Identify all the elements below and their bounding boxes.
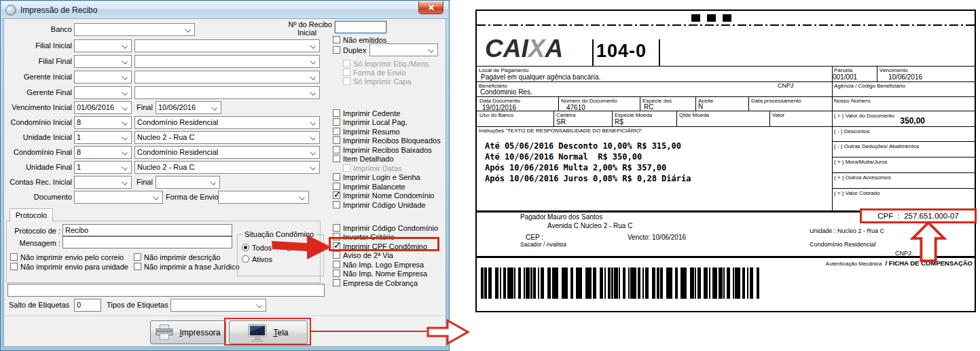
valor-documento-value: 350,00 xyxy=(830,117,925,125)
tab-protocolo[interactable]: Protocolo xyxy=(10,208,53,221)
window-titlebar[interactable]: Impressão de Recibo xyxy=(1,1,448,19)
checkbox-box xyxy=(333,136,340,144)
carteira-label: Carteira xyxy=(556,112,575,118)
condominio-inicial-name-select[interactable]: Condomínio Residencial xyxy=(134,116,320,129)
vencimento-value: 10/06/2016 xyxy=(888,73,922,81)
cpf-value: CPF : 257.651.000-07 xyxy=(877,212,959,220)
checkbox-imprimir-login-senha[interactable]: Imprimir Login e Senha xyxy=(333,172,420,181)
gerente-final-name-select[interactable] xyxy=(134,86,320,99)
filial-inicial-label: Filial Inicial xyxy=(4,41,72,51)
contas-rec-inicial-label: Contas Rec. Inicial xyxy=(4,177,72,187)
instrucoes-label: Instruções "TEXTO DE RESPONSABILIDADE DO… xyxy=(479,128,642,134)
gerente-inicial-code-select[interactable] xyxy=(74,71,132,84)
checkbox-duplex[interactable]: Duplex xyxy=(333,45,366,54)
contas-rec-final-select[interactable] xyxy=(156,176,220,189)
filial-inicial-name-select[interactable] xyxy=(134,39,320,52)
close-button[interactable] xyxy=(418,1,443,14)
unidade-final-name-select[interactable]: Nucleo 2 - Rua C xyxy=(134,161,320,174)
forma-envio-select[interactable] xyxy=(218,191,309,204)
gerente-final-code-select[interactable] xyxy=(74,86,132,99)
parcela-value: 001/001 xyxy=(833,73,857,81)
instrucao-line: Após 10/06/2016 Multa 2,00% R$ 357,00 xyxy=(485,163,666,172)
tipos-etiquetas-select[interactable] xyxy=(170,299,266,312)
vencimento-inicial-select[interactable]: 01/06/2016 xyxy=(74,101,132,114)
checkbox-nao-imprimir-envio-unidade[interactable]: Não imprimir envio para unidade xyxy=(10,262,128,271)
checkbox-imprimir-nome-condominio[interactable]: Imprimir Nome Condomínio xyxy=(333,191,434,200)
salto-etiquetas-input[interactable]: 0 xyxy=(74,299,101,312)
instrucao-line: Até 10/06/2016 Normal R$ 350,00 xyxy=(485,152,642,162)
checkbox-nao-imprimir-envio-correio[interactable]: Não imprimir envio pelo correio xyxy=(10,253,124,261)
button-bar-divider xyxy=(4,316,446,317)
extra-text-field[interactable] xyxy=(7,284,325,297)
recibo-inicial-input[interactable] xyxy=(335,21,386,33)
grid-line xyxy=(676,111,677,126)
checkbox-box xyxy=(333,191,340,199)
filial-inicial-code-select[interactable] xyxy=(74,39,132,52)
radio-todos[interactable]: Todos xyxy=(242,243,272,252)
uso-banco-label: Uso do Banco xyxy=(479,112,513,118)
checkbox-nao-imprimir-descricao[interactable]: Não imprimir descrição xyxy=(134,253,220,261)
checkbox-item-detalhado[interactable]: Item Detalhado xyxy=(333,154,394,163)
banco-select[interactable] xyxy=(74,23,195,36)
unidade-text: Unidade : Nucleo 2 - Rua C xyxy=(810,228,884,234)
checkbox-box xyxy=(10,263,18,270)
vencto-label: Vencto: xyxy=(628,234,650,241)
valor-cobrado-label: ( = ) Valor Cobrado xyxy=(834,190,880,196)
unidade-final-code-select[interactable]: 1 xyxy=(74,161,132,174)
grid-line xyxy=(748,96,749,111)
mensagem-input[interactable] xyxy=(62,236,232,248)
grid-line xyxy=(832,172,975,173)
registration-marks xyxy=(691,14,731,22)
nosso-numero-label: Nosso Número xyxy=(834,98,870,104)
checkbox-box xyxy=(10,253,18,261)
pagador-nome: Mauro dos Santos xyxy=(547,213,602,221)
documento-select[interactable] xyxy=(74,191,163,204)
protocolo-de-input[interactable]: Recibo xyxy=(62,224,232,236)
checkbox-imprimir-recibos-baixados[interactable]: Imprimir Recibos Baixados xyxy=(333,145,432,154)
checkbox-box xyxy=(134,263,141,270)
checkbox-nao-imp-nome-empresa[interactable]: Não Imp. Nome Empresa xyxy=(333,269,427,278)
divider-line xyxy=(659,39,660,66)
checkbox-aviso-2a-via[interactable]: Aviso de 2ª Via xyxy=(333,251,393,259)
checkbox-imprimir-recibos-bloqueados[interactable]: Imprimir Recibos Bloqueados xyxy=(333,136,441,145)
cpf-pointer-arrow-icon xyxy=(910,221,947,263)
checkbox-nao-imprimir-frase-juridico[interactable]: Não imprimir a frase Jurídico xyxy=(134,262,240,271)
impressora-button[interactable]: Impressora xyxy=(150,320,226,344)
filial-final-name-select[interactable] xyxy=(134,55,320,68)
instrucao-line: Até 05/06/2016 Desconto 10,00% R$ 315,00 xyxy=(485,141,681,151)
especie-moeda-value: R$ xyxy=(615,118,623,126)
grid-line xyxy=(877,66,877,81)
grid-line xyxy=(832,188,975,189)
checkbox-imprimir-cedente[interactable]: Imprimir Cedente xyxy=(333,109,400,117)
checkbox-imprimir-balancete[interactable]: Imprimir Balancete xyxy=(333,182,405,191)
unidade-inicial-code-select[interactable]: 1 xyxy=(74,131,132,144)
condominio-final-code-select[interactable]: 8 xyxy=(74,146,132,159)
checkbox-imprimir-codigo-unidade[interactable]: Imprimir Código Unidade xyxy=(333,200,426,209)
unidade-final-label: Unidade Final xyxy=(4,162,72,172)
checkbox-imprimir-local-pag[interactable]: Imprimir Local Pag. xyxy=(333,117,407,126)
checkbox-empresa-de-cobranca[interactable]: Empresa de Cobrança xyxy=(333,278,418,287)
checkbox-box xyxy=(343,60,350,67)
checkbox-nao-imp-logo-empresa[interactable]: Não Imp. Logo Empresa xyxy=(333,260,424,269)
condominio-final-name-select[interactable]: Condomínio Residencial xyxy=(134,146,320,159)
data-processamento-label: Data processamento xyxy=(751,98,801,104)
condominio-inicial-code-select[interactable]: 8 xyxy=(74,116,132,129)
unidade-inicial-name-select[interactable]: Nucleo 2 - Rua C xyxy=(134,131,320,144)
checkbox-imprimir-resumo[interactable]: Imprimir Resumo xyxy=(333,127,400,136)
gerente-final-label: Gerente Final xyxy=(4,88,72,98)
data-documento-value: 19/01/2016 xyxy=(482,104,516,111)
cpf-option-pointer-arrow-icon xyxy=(270,232,333,262)
gerente-inicial-name-select[interactable] xyxy=(134,71,320,84)
radio-ativos[interactable]: Ativos xyxy=(242,255,272,263)
carteira-value: SR xyxy=(556,118,566,126)
duplex-select[interactable] xyxy=(369,43,438,56)
condominio-text: Condomínio Residencial xyxy=(810,242,876,248)
checkbox-imprimir-codigo-condominio[interactable]: Imprimir Código Condomínio xyxy=(333,223,438,232)
beneficiario-value: Condominio Res. xyxy=(480,88,532,96)
vencimento-final-select[interactable]: 10/06/2016 xyxy=(156,101,221,114)
qtde-moeda-label: Qtde Moeda xyxy=(679,112,709,118)
grid-line xyxy=(832,66,833,210)
checkbox-box xyxy=(333,279,340,287)
contas-rec-inicial-select[interactable] xyxy=(74,176,132,189)
filial-final-code-select[interactable] xyxy=(74,55,132,68)
